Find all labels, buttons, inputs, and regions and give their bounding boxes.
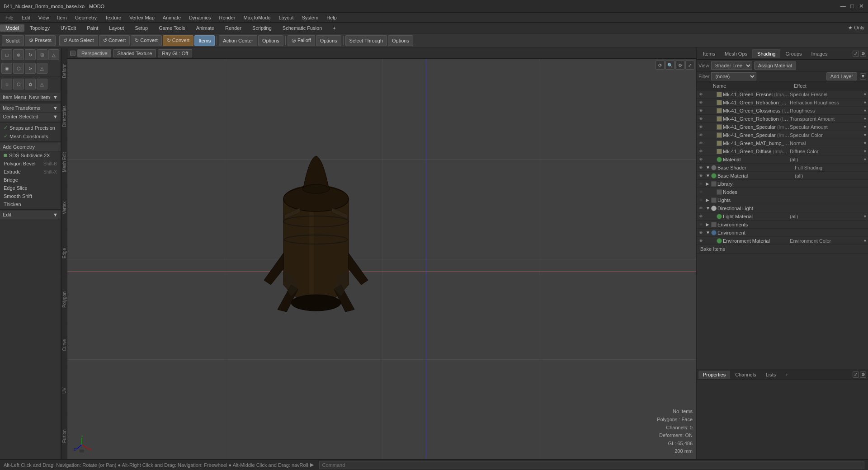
menu-render[interactable]: Render [215, 14, 239, 21]
viewport-canvas[interactable]: ⟳ 🔍 ⚙ ⤢ X Y Z [67, 59, 696, 459]
minimize-button[interactable]: — [840, 3, 846, 9]
shader-row-fresnel[interactable]: 👁 Mk-41_Green_Fresnel (Image) Specular F… [697, 90, 868, 99]
dropdown-specular-amount[interactable]: ▼ [863, 125, 867, 129]
eye-base-material[interactable]: 👁 [698, 173, 704, 179]
arrow-directional-light[interactable]: ▼ [706, 206, 710, 211]
tool-icon-2d[interactable]: △ [37, 63, 47, 74]
arrow-environments[interactable]: ▶ [706, 222, 710, 227]
tab-setup[interactable]: Setup [129, 24, 153, 32]
vp-settings-btn[interactable]: ⚙ [675, 61, 684, 70]
arrow-library[interactable]: ▶ [706, 181, 710, 186]
items-button[interactable]: Items [194, 35, 215, 46]
tab-uvedit[interactable]: UVEdit [55, 24, 81, 32]
dropdown-environment-material[interactable]: ▼ [863, 239, 867, 243]
tab-render[interactable]: Render [220, 24, 247, 32]
select-through-button[interactable]: Select Through [345, 35, 387, 46]
tool-icon-3a[interactable]: ☆ [1, 79, 12, 89]
tab-properties[interactable]: Properties [698, 371, 730, 379]
view-select[interactable]: Shader Tree [711, 61, 752, 70]
eye-refraction-gloss[interactable]: 👁 [698, 99, 704, 106]
shader-row-material[interactable]: 👁 Material (all) ▼ [697, 155, 868, 164]
viewport-menu-button[interactable] [70, 51, 75, 56]
filter-select[interactable]: (none) [711, 72, 756, 80]
snaps-precision-item[interactable]: ✓ Snaps and Precision [0, 123, 61, 132]
tab-paint[interactable]: Paint [81, 24, 104, 32]
menu-system[interactable]: System [298, 14, 322, 21]
viewport-perspective-btn[interactable]: Perspective [77, 49, 111, 57]
item-menu-dropdown[interactable]: Item Menu: New Item ▼ [0, 93, 61, 102]
menu-dynamics[interactable]: Dynamics [185, 14, 214, 21]
edge-slice-item[interactable]: Edge Slice [0, 184, 61, 192]
convert-2-button[interactable]: ↻ Convert [131, 35, 162, 46]
add-layer-button[interactable]: Add Layer [826, 72, 857, 80]
tab-schematic-fusion[interactable]: Schematic Fusion [277, 24, 327, 32]
eye-material[interactable]: 👁 [698, 156, 704, 163]
bottom-right-undock[interactable]: ⤢ [853, 371, 859, 378]
tab-lists[interactable]: Lists [761, 371, 781, 379]
tab-channels[interactable]: Channels [731, 371, 760, 379]
extrude-item[interactable]: Extrude Shift-X [0, 168, 61, 176]
menu-help[interactable]: Help [323, 14, 340, 21]
eye-diffuse[interactable]: 👁 [698, 148, 704, 155]
tool-icon-2c[interactable]: ⊳ [25, 63, 36, 74]
eye-refraction[interactable]: 👁 [698, 116, 704, 122]
dropdown-refraction-gloss[interactable]: ▼ [863, 100, 867, 105]
arrow-base-shader[interactable]: ▼ [706, 165, 710, 170]
dropdown-light-material[interactable]: ▼ [863, 214, 867, 219]
menu-maxtomodo[interactable]: MaxToModo [240, 14, 274, 21]
tool-icon-2b[interactable]: ⬡ [13, 63, 24, 74]
more-transforms-dropdown[interactable]: More Transforms ▼ [0, 104, 61, 113]
bake-items-row[interactable]: Bake Items [697, 245, 868, 254]
convert-3-button[interactable]: ↻ Convert [163, 35, 194, 46]
assign-material-button[interactable]: Assign Material [754, 61, 796, 70]
window-controls[interactable]: — □ ✕ [840, 3, 864, 9]
dropdown-material[interactable]: ▼ [863, 157, 867, 162]
eye-directional-light[interactable]: 👁 [698, 205, 704, 212]
menu-geometry[interactable]: Geometry [71, 14, 100, 21]
tool-icon-select[interactable]: ◻ [1, 49, 12, 60]
tool-icon-misc[interactable]: △ [48, 49, 59, 60]
auto-select-button[interactable]: ↺ Auto Select [59, 35, 98, 46]
eye-glossiness[interactable]: 👁 [698, 108, 704, 114]
polygon-bevel-item[interactable]: Polygon Bevel Shift-B [0, 160, 61, 168]
eye-fresnel[interactable]: 👁 [698, 91, 704, 98]
arrow-base-material[interactable]: ▼ [706, 173, 710, 178]
tab-shading[interactable]: Shading [752, 49, 780, 58]
shader-row-lights[interactable]: 👁 ▶ Lights [697, 196, 868, 204]
shader-row-specular-color[interactable]: 👁 Mk-41_Green_Specular (Image) Specular … [697, 131, 868, 139]
menu-animate[interactable]: Animate [159, 14, 184, 21]
maximize-button[interactable]: □ [849, 3, 855, 9]
tool-icon-3b[interactable]: ⬡ [13, 79, 24, 89]
shader-row-base-material[interactable]: 👁 ▼ Base Material (all) [697, 172, 868, 180]
close-button[interactable]: ✕ [858, 3, 864, 9]
shader-row-glossiness[interactable]: 👁 Mk-41_Green_Glossiness (Image) Roughne… [697, 107, 868, 115]
eye-light-material[interactable]: 👁 [698, 213, 704, 220]
tool-icon-scale[interactable]: ⊞ [37, 49, 47, 60]
tool-icon-move[interactable]: ⊕ [13, 49, 24, 60]
shader-row-light-material[interactable]: 👁 Light Material (all) ▼ [697, 212, 868, 221]
shader-row-directional-light[interactable]: 👁 ▼ Directional Light [697, 204, 868, 212]
menu-item[interactable]: Item [53, 14, 70, 21]
tab-animate[interactable]: Animate [191, 24, 220, 32]
options-3-button[interactable]: Options [388, 35, 413, 46]
shader-row-diffuse[interactable]: 👁 Mk-41_Green_Diffuse (Image) Diffuse Co… [697, 147, 868, 155]
right-panel-settings[interactable]: ⚙ [860, 51, 866, 57]
tool-icon-3d[interactable]: △ [37, 79, 47, 89]
tab-layout[interactable]: Layout [104, 24, 129, 32]
dropdown-glossiness[interactable]: ▼ [863, 108, 867, 113]
options-1-button[interactable]: Options [258, 35, 283, 46]
tab-items[interactable]: Items [698, 50, 720, 58]
menu-view[interactable]: View [35, 14, 53, 21]
shader-row-environment[interactable]: 👁 ▼ Environment [697, 229, 868, 237]
eye-specular-amount[interactable]: 👁 [698, 124, 704, 130]
sds-subdivide-item[interactable]: SDS Subdivide 2X [0, 151, 61, 160]
shader-row-environments[interactable]: 👁 ▶ Environments [697, 221, 868, 229]
shader-row-base-shader[interactable]: 👁 ▼ Base Shader Full Shading [697, 164, 868, 172]
command-input[interactable] [319, 461, 864, 469]
options-2-button[interactable]: Options [316, 35, 341, 46]
shader-row-specular-amount[interactable]: 👁 Mk-41_Green_Specular (Image) (2) Specu… [697, 123, 868, 131]
viewport-3d[interactable]: ⟳ 🔍 ⚙ ⤢ X Y Z [67, 59, 696, 459]
menu-edit[interactable]: Edit [18, 14, 34, 21]
tab-mesh-ops[interactable]: Mesh Ops [720, 50, 752, 58]
status-arrow[interactable]: ▶ [310, 462, 314, 468]
